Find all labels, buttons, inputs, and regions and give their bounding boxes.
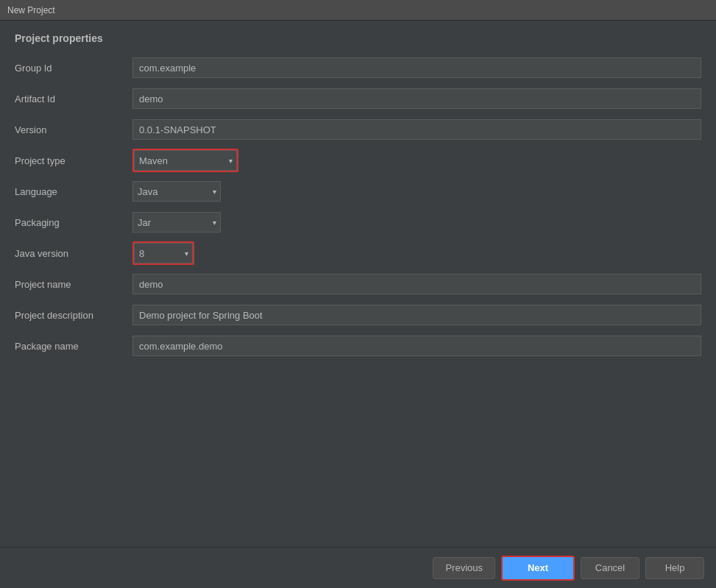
package-name-input[interactable]: [132, 336, 701, 356]
cancel-button[interactable]: Cancel: [581, 557, 639, 579]
version-label: Version: [15, 124, 132, 135]
java-version-select-wrapper: 8 11 17 21: [134, 243, 193, 263]
project-type-label: Project type: [15, 155, 132, 166]
packaging-select[interactable]: Jar War: [132, 212, 221, 233]
title-bar-label: New Project: [7, 5, 55, 15]
version-row: Version: [15, 118, 701, 141]
language-select-wrapper: Java Kotlin Groovy: [132, 181, 221, 202]
java-version-label: Java version: [15, 248, 132, 259]
project-description-row: Project description: [15, 303, 701, 327]
version-input[interactable]: [132, 119, 701, 140]
project-description-label: Project description: [15, 310, 132, 321]
section-title: Project properties: [15, 32, 701, 44]
footer: Previous Next Cancel Help: [0, 547, 716, 588]
package-name-row: Package name: [15, 334, 701, 358]
content-area: Project properties Group Id Artifact Id …: [0, 21, 716, 547]
language-label: Language: [15, 186, 132, 197]
artifact-id-label: Artifact Id: [15, 93, 132, 105]
language-row: Language Java Kotlin Groovy: [15, 180, 701, 203]
java-version-highlight: 8 11 17 21: [132, 241, 194, 265]
package-name-label: Package name: [15, 341, 132, 352]
artifact-id-input[interactable]: [132, 88, 701, 109]
group-id-label: Group Id: [15, 63, 132, 74]
project-name-row: Project name: [15, 272, 701, 296]
project-description-input[interactable]: [132, 305, 701, 325]
packaging-select-wrapper: Jar War: [132, 212, 221, 233]
java-version-row: Java version 8 11 17 21: [15, 241, 701, 265]
dialog: Project properties Group Id Artifact Id …: [0, 21, 716, 588]
previous-button[interactable]: Previous: [433, 557, 495, 579]
group-id-input[interactable]: [132, 57, 701, 78]
project-type-row: Project type Maven Gradle - Groovy Gradl…: [15, 149, 701, 172]
project-type-select[interactable]: Maven Gradle - Groovy Gradle - Kotlin: [134, 150, 237, 171]
java-version-select[interactable]: 8 11 17 21: [134, 243, 193, 263]
artifact-id-row: Artifact Id: [15, 87, 701, 110]
language-select[interactable]: Java Kotlin Groovy: [132, 181, 221, 202]
project-name-input[interactable]: [132, 274, 701, 294]
title-bar: New Project: [0, 0, 716, 21]
packaging-row: Packaging Jar War: [15, 210, 701, 234]
group-id-row: Group Id: [15, 56, 701, 79]
packaging-label: Packaging: [15, 217, 132, 228]
project-type-highlight: Maven Gradle - Groovy Gradle - Kotlin: [132, 149, 238, 172]
project-type-select-wrapper: Maven Gradle - Groovy Gradle - Kotlin: [134, 150, 237, 171]
project-name-label: Project name: [15, 279, 132, 290]
help-button[interactable]: Help: [645, 557, 704, 579]
next-button[interactable]: Next: [501, 556, 575, 581]
